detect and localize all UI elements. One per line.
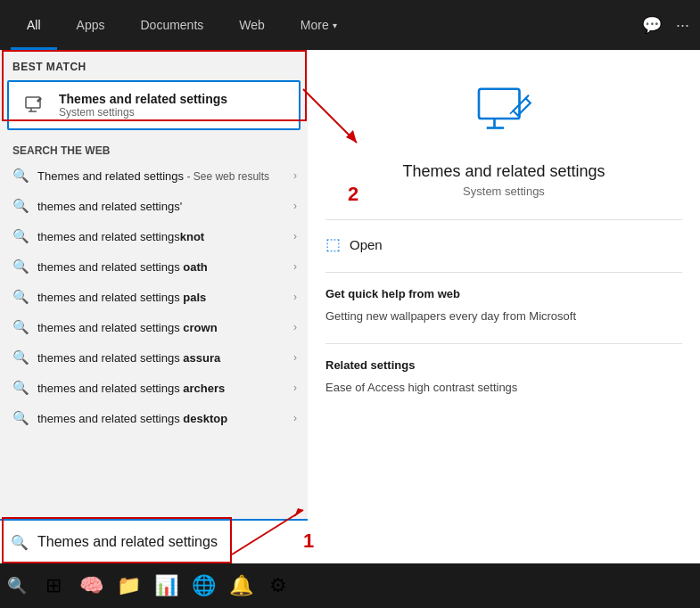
quick-help-text: Getting new wallpapers every day from Mi… <box>325 308 682 325</box>
tab-web[interactable]: Web <box>223 0 281 50</box>
search-result-text: themes and related settingsknot <box>37 230 284 243</box>
best-match-title: Themes and related settings <box>59 92 227 106</box>
taskbar-icon-brain[interactable]: 🧠 <box>73 568 109 604</box>
search-result-text: themes and related settings crown <box>37 321 284 334</box>
right-divider <box>325 343 682 344</box>
main-content: Best match Themes and related settings S… <box>0 50 700 563</box>
more-arrow-icon: ▾ <box>333 21 337 30</box>
tab-all[interactable]: All <box>11 0 57 50</box>
chevron-right-icon: › <box>293 351 297 364</box>
svg-rect-0 <box>26 97 40 108</box>
search-result-text: themes and related settings archers <box>37 382 284 395</box>
search-result-item[interactable]: 🔍 themes and related settings oath › <box>0 251 308 282</box>
search-result-icon: 🔍 <box>12 228 29 244</box>
tab-apps[interactable]: Apps <box>61 0 121 50</box>
right-panel: Themes and related settings System setti… <box>308 50 700 563</box>
right-app-subtitle: System settings <box>463 185 545 198</box>
chevron-right-icon: › <box>293 200 297 212</box>
search-result-item[interactable]: 🔍 themes and related settings desktop › <box>0 403 308 433</box>
taskbar-icon-folder[interactable]: 📁 <box>111 568 146 604</box>
app-icon <box>468 77 539 148</box>
right-divider <box>325 272 682 273</box>
best-match-app-icon <box>20 91 48 119</box>
search-bar-icon: 🔍 <box>11 534 29 551</box>
search-result-text: themes and related settings pals <box>37 291 284 304</box>
chevron-right-icon: › <box>293 169 297 182</box>
right-app-title: Themes and related settings <box>402 162 605 181</box>
search-bar-container: 🔍 <box>0 519 308 563</box>
search-result-item[interactable]: 🔍 themes and related settings crown › <box>0 312 308 342</box>
search-result-item[interactable]: 🔍 themes and related settings archers › <box>0 373 308 403</box>
related-settings-title: Related settings <box>325 358 682 372</box>
nav-bar: All Apps Documents Web More ▾ 💬 ··· <box>0 0 700 50</box>
search-result-icon: 🔍 <box>12 289 29 305</box>
search-result-text: themes and related settings assura <box>37 351 284 365</box>
search-result-item[interactable]: 🔍 themes and related settings assura › <box>0 342 308 373</box>
open-label: Open <box>350 237 383 252</box>
search-result-text: themes and related settings oath <box>37 260 284 274</box>
chevron-right-icon: › <box>293 260 297 273</box>
taskbar-icons: ⊞ 🧠 📁 📊 🌐 🔔 ⚙ <box>36 568 296 604</box>
search-result-icon: 🔍 <box>12 349 29 366</box>
chevron-right-icon: › <box>293 412 297 424</box>
taskbar-search-icon[interactable]: 🔍 <box>7 576 27 596</box>
tab-more[interactable]: More ▾ <box>284 0 353 50</box>
taskbar: 🔍 ⊞ 🧠 📁 📊 🌐 🔔 ⚙ <box>0 563 700 608</box>
search-result-item[interactable]: 🔍 Themes and related settings - See web … <box>0 160 308 191</box>
taskbar-icon-notification[interactable]: 🔔 <box>223 568 259 604</box>
best-match-label: Best match <box>0 50 308 80</box>
search-result-icon: 🔍 <box>12 259 29 275</box>
best-match-item[interactable]: Themes and related settings System setti… <box>7 80 301 130</box>
search-result-text: Themes and related settings - See web re… <box>37 169 284 183</box>
taskbar-icon-chrome[interactable]: 🌐 <box>185 568 221 604</box>
nav-right: 💬 ··· <box>642 15 689 35</box>
best-match-subtitle: System settings <box>59 106 227 119</box>
chevron-right-icon: › <box>293 382 297 394</box>
open-icon: ⬚ <box>325 234 341 254</box>
svg-rect-3 <box>479 89 520 119</box>
chevron-right-icon: › <box>293 291 297 303</box>
best-match-text: Themes and related settings System setti… <box>59 92 227 119</box>
search-result-text: themes and related settings' <box>37 200 284 213</box>
search-web-label: Search the web <box>0 137 308 160</box>
search-result-item[interactable]: 🔍 themes and related settings' › <box>0 191 308 221</box>
search-result-icon: 🔍 <box>12 168 29 184</box>
open-action[interactable]: ⬚ Open <box>325 234 682 254</box>
taskbar-icon-settings[interactable]: ⚙ <box>260 568 296 604</box>
chevron-right-icon: › <box>293 230 297 242</box>
left-panel: Best match Themes and related settings S… <box>0 50 308 563</box>
search-result-icon: 🔍 <box>12 319 29 335</box>
taskbar-icon-chart[interactable]: 📊 <box>148 568 184 604</box>
related-settings-text: Ease of Access high contrast settings <box>325 379 682 397</box>
svg-line-6 <box>510 111 514 114</box>
feedback-icon[interactable]: 💬 <box>642 15 662 35</box>
search-result-text: themes and related settings desktop <box>37 412 284 425</box>
more-options-icon[interactable]: ··· <box>676 16 689 35</box>
search-result-icon: 🔍 <box>12 380 29 396</box>
search-result-item[interactable]: 🔍 themes and related settingsknot › <box>0 221 308 251</box>
tab-documents[interactable]: Documents <box>124 0 219 50</box>
right-divider <box>325 219 682 220</box>
search-result-icon: 🔍 <box>12 410 29 426</box>
search-result-item[interactable]: 🔍 themes and related settings pals › <box>0 282 308 312</box>
search-input[interactable] <box>37 534 297 550</box>
search-result-icon: 🔍 <box>12 198 29 214</box>
chevron-right-icon: › <box>293 321 297 333</box>
quick-help-title: Get quick help from web <box>325 287 682 300</box>
more-label: More <box>301 18 329 32</box>
start-button[interactable]: ⊞ <box>36 568 71 604</box>
start-menu: All Apps Documents Web More ▾ 💬 ··· Best… <box>0 0 700 563</box>
